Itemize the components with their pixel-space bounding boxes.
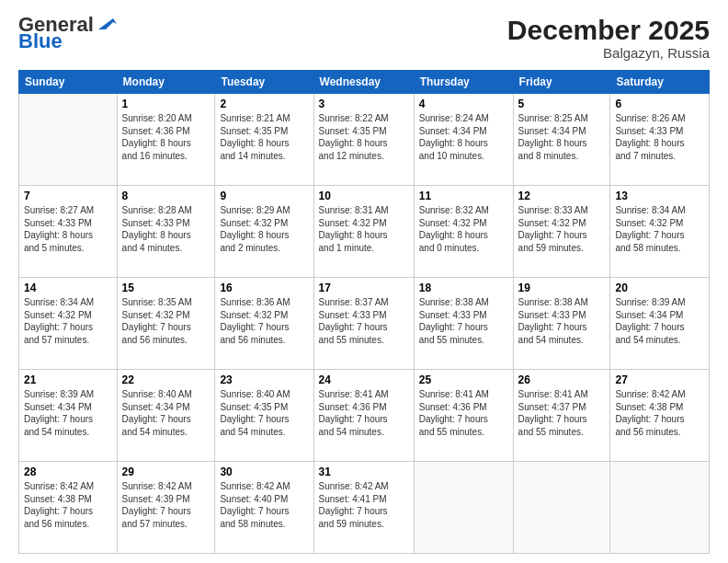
day-info: Sunrise: 8:34 AM Sunset: 4:32 PM Dayligh… [615, 204, 704, 254]
day-number: 23 [220, 373, 308, 386]
day-number: 19 [518, 282, 606, 294]
table-row: 8Sunrise: 8:28 AM Sunset: 4:33 PM Daylig… [117, 186, 215, 278]
day-number: 17 [319, 282, 409, 294]
day-info: Sunrise: 8:26 AM Sunset: 4:33 PM Dayligh… [615, 112, 704, 162]
day-info: Sunrise: 8:40 AM Sunset: 4:35 PM Dayligh… [220, 388, 308, 438]
table-row: 6Sunrise: 8:26 AM Sunset: 4:33 PM Daylig… [610, 94, 710, 186]
day-info: Sunrise: 8:41 AM Sunset: 4:37 PM Dayligh… [518, 388, 606, 438]
day-info: Sunrise: 8:35 AM Sunset: 4:32 PM Dayligh… [122, 296, 210, 346]
day-info: Sunrise: 8:32 AM Sunset: 4:32 PM Dayligh… [419, 204, 508, 254]
day-number: 20 [615, 282, 704, 294]
table-row: 17Sunrise: 8:37 AM Sunset: 4:33 PM Dayli… [313, 278, 414, 370]
day-number: 14 [24, 282, 112, 294]
col-sunday: Sunday [19, 71, 118, 94]
table-row: 18Sunrise: 8:38 AM Sunset: 4:33 PM Dayli… [414, 278, 513, 370]
table-row: 20Sunrise: 8:39 AM Sunset: 4:34 PM Dayli… [610, 278, 710, 370]
table-row [513, 462, 610, 554]
col-wednesday: Wednesday [313, 71, 414, 94]
day-number: 1 [122, 98, 210, 110]
day-number: 6 [615, 98, 704, 110]
day-info: Sunrise: 8:42 AM Sunset: 4:38 PM Dayligh… [24, 480, 112, 530]
day-info: Sunrise: 8:40 AM Sunset: 4:34 PM Dayligh… [122, 388, 210, 438]
table-row: 4Sunrise: 8:24 AM Sunset: 4:34 PM Daylig… [414, 94, 513, 186]
title-block: December 2025 Balgazyn, Russia [507, 15, 710, 61]
table-row: 21Sunrise: 8:39 AM Sunset: 4:34 PM Dayli… [19, 370, 118, 462]
calendar-week-row: 14Sunrise: 8:34 AM Sunset: 4:32 PM Dayli… [19, 278, 710, 370]
day-number: 2 [220, 98, 308, 110]
table-row: 30Sunrise: 8:42 AM Sunset: 4:40 PM Dayli… [215, 462, 313, 554]
day-info: Sunrise: 8:41 AM Sunset: 4:36 PM Dayligh… [319, 388, 409, 438]
day-number: 25 [419, 373, 508, 386]
day-number: 18 [419, 282, 508, 294]
day-info: Sunrise: 8:42 AM Sunset: 4:40 PM Dayligh… [220, 480, 308, 530]
day-info: Sunrise: 8:41 AM Sunset: 4:36 PM Dayligh… [419, 388, 508, 438]
day-info: Sunrise: 8:38 AM Sunset: 4:33 PM Dayligh… [518, 296, 606, 346]
table-row: 14Sunrise: 8:34 AM Sunset: 4:32 PM Dayli… [19, 278, 118, 370]
table-row: 28Sunrise: 8:42 AM Sunset: 4:38 PM Dayli… [19, 462, 118, 554]
day-number: 26 [518, 373, 606, 386]
table-row: 24Sunrise: 8:41 AM Sunset: 4:36 PM Dayli… [313, 370, 414, 462]
day-number: 12 [518, 190, 606, 202]
table-row: 1Sunrise: 8:20 AM Sunset: 4:36 PM Daylig… [117, 94, 215, 186]
day-number: 9 [220, 190, 308, 202]
logo-blue-text: Blue [18, 31, 63, 52]
month-title: December 2025 [507, 15, 710, 45]
day-info: Sunrise: 8:31 AM Sunset: 4:32 PM Dayligh… [319, 204, 409, 254]
day-info: Sunrise: 8:25 AM Sunset: 4:34 PM Dayligh… [518, 112, 606, 162]
table-row: 19Sunrise: 8:38 AM Sunset: 4:33 PM Dayli… [513, 278, 610, 370]
col-tuesday: Tuesday [215, 71, 313, 94]
calendar-header-row: Sunday Monday Tuesday Wednesday Thursday… [19, 71, 710, 94]
day-info: Sunrise: 8:27 AM Sunset: 4:33 PM Dayligh… [24, 204, 112, 254]
day-number: 30 [220, 465, 308, 478]
table-row: 22Sunrise: 8:40 AM Sunset: 4:34 PM Dayli… [117, 370, 215, 462]
table-row: 9Sunrise: 8:29 AM Sunset: 4:32 PM Daylig… [215, 186, 313, 278]
day-number: 24 [319, 373, 409, 386]
day-info: Sunrise: 8:42 AM Sunset: 4:41 PM Dayligh… [319, 480, 409, 530]
day-number: 8 [122, 190, 210, 202]
svg-marker-0 [98, 18, 117, 29]
page: General Blue December 2025 Balgazyn, Rus… [0, 0, 728, 563]
table-row: 13Sunrise: 8:34 AM Sunset: 4:32 PM Dayli… [610, 186, 710, 278]
day-info: Sunrise: 8:42 AM Sunset: 4:39 PM Dayligh… [122, 480, 210, 530]
table-row: 15Sunrise: 8:35 AM Sunset: 4:32 PM Dayli… [117, 278, 215, 370]
day-number: 15 [122, 282, 210, 294]
col-monday: Monday [117, 71, 215, 94]
day-number: 7 [24, 190, 112, 202]
table-row: 2Sunrise: 8:21 AM Sunset: 4:35 PM Daylig… [215, 94, 313, 186]
day-number: 27 [615, 373, 704, 386]
day-number: 5 [518, 98, 606, 110]
day-info: Sunrise: 8:37 AM Sunset: 4:33 PM Dayligh… [319, 296, 409, 346]
header: General Blue December 2025 Balgazyn, Rus… [18, 15, 710, 61]
day-number: 28 [24, 465, 112, 478]
day-number: 3 [319, 98, 409, 110]
table-row [414, 462, 513, 554]
table-row: 12Sunrise: 8:33 AM Sunset: 4:32 PM Dayli… [513, 186, 610, 278]
table-row: 3Sunrise: 8:22 AM Sunset: 4:35 PM Daylig… [313, 94, 414, 186]
logo: General Blue [18, 15, 117, 52]
table-row: 7Sunrise: 8:27 AM Sunset: 4:33 PM Daylig… [19, 186, 118, 278]
calendar-week-row: 28Sunrise: 8:42 AM Sunset: 4:38 PM Dayli… [19, 462, 710, 554]
table-row: 27Sunrise: 8:42 AM Sunset: 4:38 PM Dayli… [610, 370, 710, 462]
table-row [19, 94, 118, 186]
table-row: 16Sunrise: 8:36 AM Sunset: 4:32 PM Dayli… [215, 278, 313, 370]
day-number: 16 [220, 282, 308, 294]
col-thursday: Thursday [414, 71, 513, 94]
day-info: Sunrise: 8:33 AM Sunset: 4:32 PM Dayligh… [518, 204, 606, 254]
col-saturday: Saturday [610, 71, 710, 94]
day-info: Sunrise: 8:22 AM Sunset: 4:35 PM Dayligh… [319, 112, 409, 162]
table-row: 10Sunrise: 8:31 AM Sunset: 4:32 PM Dayli… [313, 186, 414, 278]
day-number: 22 [122, 373, 210, 386]
table-row: 31Sunrise: 8:42 AM Sunset: 4:41 PM Dayli… [313, 462, 414, 554]
table-row: 29Sunrise: 8:42 AM Sunset: 4:39 PM Dayli… [117, 462, 215, 554]
day-number: 31 [319, 465, 409, 478]
day-info: Sunrise: 8:21 AM Sunset: 4:35 PM Dayligh… [220, 112, 308, 162]
table-row: 23Sunrise: 8:40 AM Sunset: 4:35 PM Dayli… [215, 370, 313, 462]
day-info: Sunrise: 8:24 AM Sunset: 4:34 PM Dayligh… [419, 112, 508, 162]
table-row: 26Sunrise: 8:41 AM Sunset: 4:37 PM Dayli… [513, 370, 610, 462]
day-info: Sunrise: 8:28 AM Sunset: 4:33 PM Dayligh… [122, 204, 210, 254]
calendar-week-row: 21Sunrise: 8:39 AM Sunset: 4:34 PM Dayli… [19, 370, 710, 462]
logo-icon [97, 15, 117, 31]
day-info: Sunrise: 8:38 AM Sunset: 4:33 PM Dayligh… [419, 296, 508, 346]
day-number: 10 [319, 190, 409, 202]
day-info: Sunrise: 8:20 AM Sunset: 4:36 PM Dayligh… [122, 112, 210, 162]
